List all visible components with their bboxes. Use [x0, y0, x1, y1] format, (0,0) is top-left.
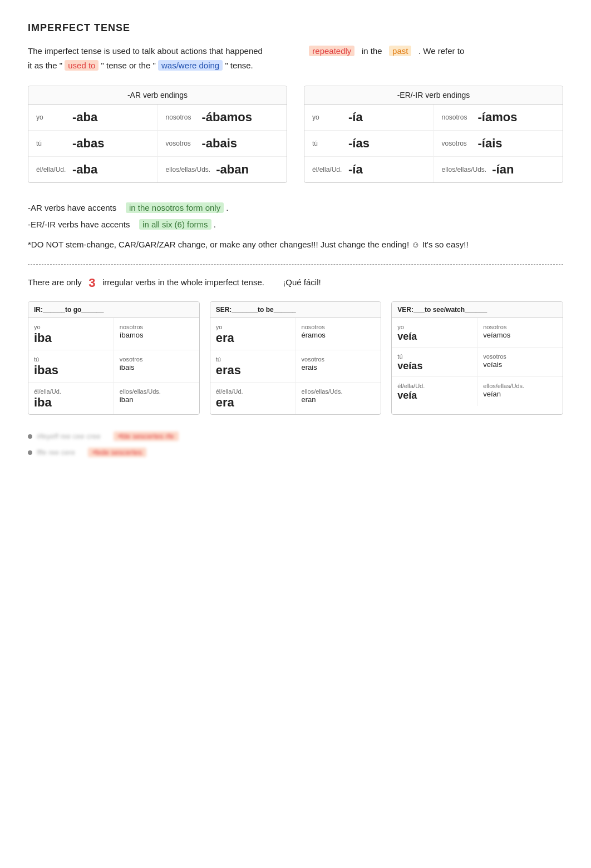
note2: -ER/-IR verbs have accents in all six (6…	[28, 216, 563, 233]
erir-el-form: -ía	[348, 162, 363, 177]
erir-vosotros-cell: vosotros -íais	[434, 131, 563, 156]
erir-yo-pronoun: yo	[312, 113, 343, 121]
ver-vosotros-form: veíais	[483, 360, 502, 369]
note3: *DO NOT stem-change, CAR/GAR/ZAR change,…	[28, 236, 563, 253]
ir-el-form: iba	[34, 395, 52, 409]
ser-ellos-pronoun: ellos/ellas/Uds.	[302, 388, 343, 395]
ar-nosotros-form: -ábamos	[202, 110, 252, 125]
table-row: tú eras vosotros erais	[210, 350, 381, 383]
ver-nosotros-cell: nosotros veíamos	[477, 318, 563, 347]
ver-ellos-form: veían	[483, 390, 501, 398]
ver-vosotros-cell: vosotros veíais	[477, 348, 563, 376]
ir-tu-cell: tú ibas	[28, 350, 114, 382]
ir-yo-pronoun: yo	[34, 324, 41, 330]
blurred-highlight-2: •fede sescertes	[88, 448, 146, 457]
ir-yo-form: iba	[34, 331, 52, 345]
irregular-number: 3	[88, 276, 95, 290]
table-row: tú ibas vosotros ibais	[28, 350, 199, 383]
ser-nosotros-pronoun: nosotros	[302, 324, 325, 330]
note2-highlight: in all six (6) forms	[139, 219, 211, 230]
table-row: él/ella/Ud. -aba ellos/ellas/Uds. -aban	[28, 157, 287, 182]
table-row: yo -aba nosotros -ábamos	[28, 105, 287, 131]
ser-tu-cell: tú eras	[210, 350, 296, 382]
ar-el-pronoun: él/ella/Ud.	[36, 166, 67, 173]
intro-we-refer: . We refer to	[418, 46, 464, 56]
ir-vosotros-form: ibais	[120, 363, 135, 371]
table-row: él/ella/Ud. veía ellos/ellas/Uds. veían	[392, 377, 563, 406]
ir-el-pronoun: él/ella/Ud.	[34, 388, 61, 395]
ver-el-pronoun: él/ella/Ud.	[397, 383, 425, 389]
blurred-item-2: fffe ree cere •fede sescertes	[28, 448, 563, 457]
erir-vosotros-pronoun: vosotros	[442, 140, 472, 147]
ar-el-cell: él/ella/Ud. -aba	[28, 157, 158, 182]
ir-vosotros-pronoun: vosotros	[120, 356, 143, 363]
verb-endings-section: -AR verb endings yo -aba nosotros -ábamo…	[28, 86, 563, 183]
blurred-item-1: #feyeff ree cee cree •fde sescertes rfe	[28, 431, 563, 441]
erir-tu-form: -ías	[348, 136, 370, 151]
ser-yo-cell: yo era	[210, 318, 296, 350]
erir-vosotros-form: -íais	[478, 136, 503, 151]
ver-yo-cell: yo veía	[392, 318, 477, 347]
table-row: él/ella/Ud. iba ellos/ellas/Uds. iban	[28, 383, 199, 414]
ir-ellos-pronoun: ellos/ellas/Uds.	[120, 388, 161, 395]
ir-nosotros-form: íbamos	[120, 331, 144, 339]
note1-period: .	[226, 203, 228, 212]
ser-tu-pronoun: tú	[216, 356, 221, 363]
ir-tu-form: ibas	[34, 363, 58, 377]
irregular-tables: IR:______to go______ yo iba nosotros íba…	[28, 301, 563, 415]
blurred-text-1a: #feyeff ree cee cree	[37, 432, 101, 440]
ir-table-header: IR:______to go______	[28, 302, 199, 318]
ar-ellos-cell: ellos/ellas/Uds. -aban	[158, 157, 287, 182]
ar-verb-table: -AR verb endings yo -aba nosotros -ábamo…	[28, 86, 287, 183]
ar-tu-form: -abas	[72, 136, 104, 151]
ar-nosotros-pronoun: nosotros	[166, 113, 196, 121]
table-row: yo iba nosotros íbamos	[28, 318, 199, 350]
ver-table: VER:___to see/watch______ yo veía nosotr…	[391, 301, 563, 415]
ar-vosotros-cell: vosotros -abais	[158, 131, 287, 156]
ser-el-form: era	[216, 395, 234, 409]
erir-nosotros-form: -íamos	[478, 110, 518, 125]
ir-el-cell: él/ella/Ud. iba	[28, 383, 114, 414]
ar-ellos-pronoun: ellos/ellas/Uds.	[166, 166, 211, 173]
intro-repeatedly: repeatedly	[309, 46, 354, 56]
erir-yo-form: -ía	[348, 110, 363, 125]
intro-line1-part1: The imperfect tense is used to talk abou…	[28, 46, 263, 56]
ver-tu-form: veías	[397, 360, 422, 371]
ar-tu-cell: tú -abas	[28, 131, 158, 156]
section-divider	[28, 264, 563, 265]
ar-yo-cell: yo -aba	[28, 105, 158, 130]
table-row: tú -abas vosotros -abais	[28, 131, 287, 157]
ar-yo-form: -aba	[72, 110, 97, 125]
ser-vosotros-cell: vosotros erais	[296, 350, 381, 382]
table-row: tú -ías vosotros -íais	[304, 131, 563, 157]
intro-line2-part1: it as the "	[28, 61, 62, 70]
ver-yo-pronoun: yo	[397, 324, 404, 330]
bullet-dot-1	[28, 434, 32, 439]
erir-nosotros-pronoun: nosotros	[442, 113, 472, 121]
irregular-part1: There are only	[28, 277, 82, 287]
intro-was-were: was/were doing	[158, 60, 223, 71]
ar-el-form: -aba	[72, 162, 97, 177]
ir-nosotros-cell: nosotros íbamos	[114, 318, 199, 350]
table-row: yo -ía nosotros -íamos	[304, 105, 563, 131]
ver-ellos-cell: ellos/ellas/Uds. veían	[477, 377, 563, 406]
ir-table: IR:______to go______ yo iba nosotros íba…	[28, 301, 200, 415]
intro-used-to: used to	[65, 60, 98, 71]
erir-nosotros-cell: nosotros -íamos	[434, 105, 563, 130]
ir-vosotros-cell: vosotros ibais	[114, 350, 199, 382]
blurred-text-2a: fffe ree cere	[37, 448, 75, 457]
ver-tu-pronoun: tú	[397, 353, 402, 360]
intro-in-the: in the	[362, 46, 382, 56]
erir-tu-cell: tú -ías	[304, 131, 434, 156]
table-row: tú veías vosotros veíais	[392, 348, 563, 377]
table-row: yo veía nosotros veíamos	[392, 318, 563, 348]
er-ir-verb-table: -ER/-IR verb endings yo -ía nosotros -ía…	[304, 86, 563, 183]
erir-el-pronoun: él/ella/Ud.	[312, 166, 343, 173]
ser-tu-form: eras	[216, 363, 241, 377]
note2-period: .	[214, 220, 216, 229]
ser-nosotros-cell: nosotros éramos	[296, 318, 381, 350]
table-row: él/ella/Ud. -ía ellos/ellas/Uds. -ían	[304, 157, 563, 182]
ar-ellos-form: -aban	[216, 162, 249, 177]
note1: -AR verbs have accents in the nosotros f…	[28, 200, 563, 216]
intro-past: past	[389, 46, 411, 56]
